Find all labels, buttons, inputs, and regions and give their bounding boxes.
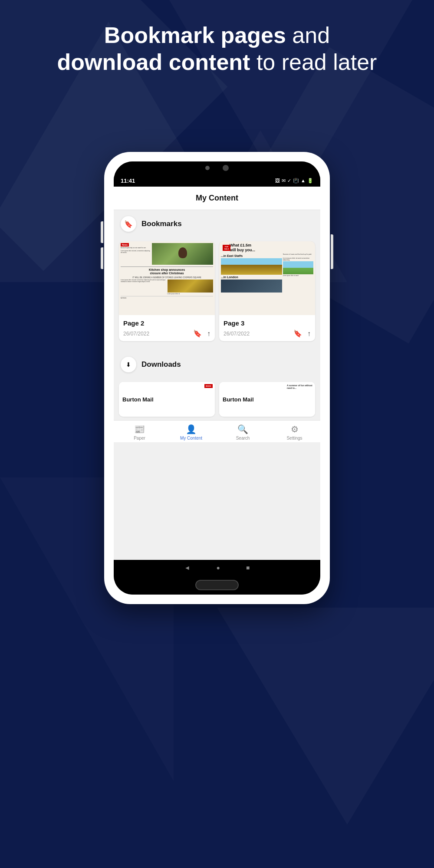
android-nav-bar: ◄ ● ■ bbox=[114, 560, 320, 575]
download-card-1-image: Burton Mail INSIDE bbox=[119, 382, 215, 417]
nav-item-settings[interactable]: ⚙ Settings bbox=[269, 424, 320, 441]
downloads-section-header: ⬇ Downloads bbox=[114, 351, 320, 378]
phone-body: 11:41 🖼 ✉ ✓ 📳 ▲ 🔋 My Content bbox=[104, 152, 330, 604]
hero-bold1: Bookmark pages bbox=[104, 23, 286, 48]
earpiece-speaker bbox=[223, 165, 229, 171]
nav-label-my-content: My Content bbox=[180, 436, 202, 441]
mail-icon: ✉ bbox=[282, 178, 286, 184]
settings-nav-icon: ⚙ bbox=[291, 424, 299, 434]
app-title: My Content bbox=[196, 194, 238, 202]
photo-icon: 🖼 bbox=[275, 178, 280, 183]
card-2-page: Page 3 bbox=[224, 319, 311, 327]
search-nav-icon: 🔍 bbox=[237, 424, 248, 434]
nav-item-search[interactable]: 🔍 Search bbox=[217, 424, 269, 441]
bookmarks-icon-container: 🔖 bbox=[121, 216, 136, 232]
bookmarks-section-header: 🔖 Bookmarks bbox=[114, 210, 320, 238]
hero-normal2: to read later bbox=[250, 49, 377, 75]
card-2-date: 26/07/2022 bbox=[224, 331, 250, 337]
downloads-cards-row: Burton Mail INSIDE Burton Mail A summer … bbox=[114, 378, 320, 420]
nav-label-settings: Settings bbox=[286, 436, 302, 441]
power-button[interactable] bbox=[331, 234, 333, 269]
wifi-icon: ▲ bbox=[301, 178, 306, 183]
phone-mockup: 11:41 🖼 ✉ ✓ 📳 ▲ 🔋 My Content bbox=[104, 152, 330, 604]
download-card-1[interactable]: Burton Mail INSIDE bbox=[119, 382, 215, 417]
card-2-info: Page 3 26/07/2022 🔖 ↑ bbox=[219, 315, 315, 341]
home-oval-button[interactable] bbox=[195, 580, 239, 590]
vibrate-icon: 📳 bbox=[293, 178, 299, 184]
phone-top-bar bbox=[114, 161, 320, 174]
newspaper-page2-preview: News Bonobo flu jabs help zoo win award … bbox=[119, 241, 215, 315]
card-1-date: 26/07/2022 bbox=[123, 331, 149, 337]
card-1-footer: 26/07/2022 🔖 ↑ bbox=[123, 329, 210, 338]
summer-text: A summer of fun without need to... bbox=[287, 384, 313, 389]
bookmark-action-2-icon[interactable]: 🔖 bbox=[293, 329, 302, 338]
status-icons: 🖼 ✉ ✓ 📳 ▲ 🔋 bbox=[275, 178, 313, 184]
check-icon: ✓ bbox=[287, 178, 291, 184]
status-time: 11:41 bbox=[121, 178, 135, 184]
bookmark-card-1[interactable]: News Bonobo flu jabs help zoo win award … bbox=[119, 241, 215, 341]
volume-down-button[interactable] bbox=[101, 247, 103, 269]
battery-icon: 🔋 bbox=[307, 178, 313, 184]
bottom-nav: 📰 Paper 👤 My Content 🔍 Search ⚙ Settings bbox=[114, 420, 320, 442]
phone-home-area bbox=[114, 575, 320, 595]
card-2-actions: 🔖 ↑ bbox=[293, 329, 311, 338]
burton-mail-logo-2: Burton Mail bbox=[223, 397, 254, 402]
inside-badge: INSIDE bbox=[204, 384, 213, 388]
burton-mail-logo-1: Burton Mail bbox=[122, 397, 154, 402]
hero-bold2: download content bbox=[57, 49, 250, 75]
download-icon: ⬇ bbox=[126, 361, 131, 368]
card-2-image: FOR SALE What £1.5mwill buy you... ...in… bbox=[219, 241, 315, 315]
card-1-actions: 🔖 ↑ bbox=[193, 329, 210, 338]
download-card-2[interactable]: Burton Mail A summer of fun without need… bbox=[219, 382, 315, 417]
newspaper-page3-preview: FOR SALE What £1.5mwill buy you... ...in… bbox=[219, 241, 315, 315]
camera-sensor bbox=[205, 166, 210, 170]
app-header: My Content bbox=[114, 187, 320, 210]
card-1-page: Page 2 bbox=[123, 319, 210, 327]
bg-shape-5 bbox=[217, 608, 434, 825]
bookmarks-label: Bookmarks bbox=[141, 220, 182, 228]
downloads-icon-container: ⬇ bbox=[121, 357, 136, 372]
share-action-2-icon[interactable]: ↑ bbox=[307, 330, 311, 338]
volume-up-button[interactable] bbox=[101, 221, 103, 243]
status-bar: 11:41 🖼 ✉ ✓ 📳 ▲ 🔋 bbox=[114, 174, 320, 187]
share-action-icon[interactable]: ↑ bbox=[207, 330, 210, 338]
bookmark-icon: 🔖 bbox=[124, 220, 133, 228]
nav-item-my-content[interactable]: 👤 My Content bbox=[165, 424, 217, 441]
bookmark-action-icon[interactable]: 🔖 bbox=[193, 329, 202, 338]
phone-screen: 11:41 🖼 ✉ ✓ 📳 ▲ 🔋 My Content bbox=[114, 161, 320, 595]
card-1-info: Page 2 26/07/2022 🔖 ↑ bbox=[119, 315, 215, 341]
card-2-footer: 26/07/2022 🔖 ↑ bbox=[224, 329, 311, 338]
app-screen: My Content 🔖 Bookmarks bbox=[114, 187, 320, 560]
android-recents-button[interactable]: ■ bbox=[246, 564, 250, 571]
nav-label-search: Search bbox=[236, 436, 250, 441]
hero-headline: Bookmark pages and download content to r… bbox=[22, 22, 412, 76]
download-card-2-image: Burton Mail A summer of fun without need… bbox=[219, 382, 315, 417]
bookmark-card-2[interactable]: FOR SALE What £1.5mwill buy you... ...in… bbox=[219, 241, 315, 341]
paper-nav-icon: 📰 bbox=[134, 424, 145, 434]
downloads-label: Downloads bbox=[141, 360, 181, 369]
android-home-button[interactable]: ● bbox=[216, 564, 220, 571]
bookmarks-cards-row: News Bonobo flu jabs help zoo win award … bbox=[114, 238, 320, 346]
card-1-image: News Bonobo flu jabs help zoo win award … bbox=[119, 241, 215, 315]
android-back-button[interactable]: ◄ bbox=[184, 564, 191, 571]
downloads-section: ⬇ Downloads Burton Mail INSIDE bbox=[114, 351, 320, 420]
nav-item-paper[interactable]: 📰 Paper bbox=[114, 424, 165, 441]
hero-normal1: and bbox=[286, 23, 330, 48]
my-content-nav-icon: 👤 bbox=[186, 424, 197, 434]
nav-label-paper: Paper bbox=[134, 436, 145, 441]
